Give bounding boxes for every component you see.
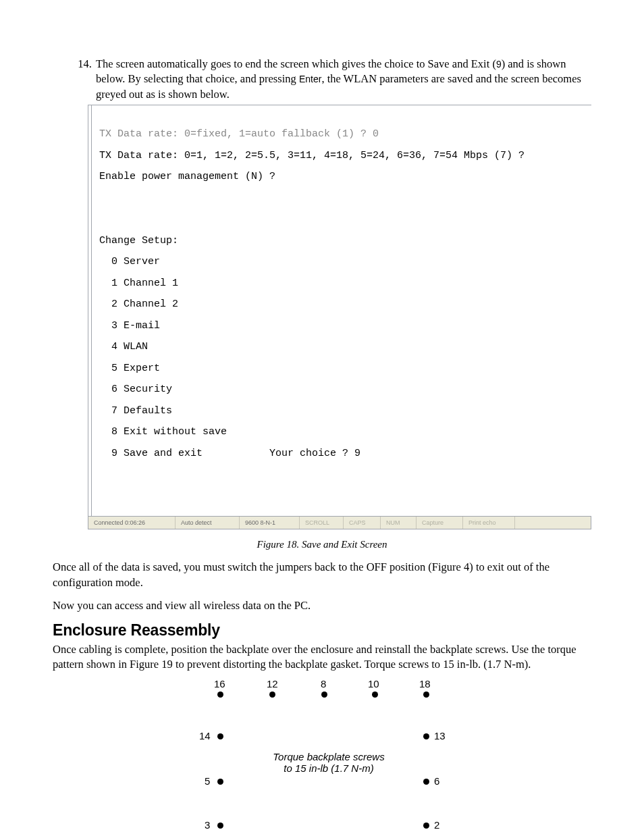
screw-label-8: 8	[321, 678, 326, 689]
paragraph-access: Now you can access and view all wireless…	[53, 598, 591, 613]
status-printecho: Print echo	[463, 517, 515, 529]
screw-icon	[269, 692, 275, 698]
paragraph-reassembly: Once cabling is complete, position the b…	[53, 642, 591, 673]
torque-line-1: Torque backplate screws	[273, 751, 384, 762]
status-filler	[515, 517, 591, 529]
terminal-blank	[99, 193, 587, 204]
screw-label-16: 16	[214, 678, 225, 689]
screw-icon	[217, 733, 223, 739]
terminal-blank	[99, 469, 587, 480]
step-list: The screen automatically goes to end the…	[53, 57, 591, 102]
screw-icon	[372, 692, 378, 698]
terminal-line-pm: Enable power management (N) ?	[99, 172, 587, 182]
status-capture: Capture	[417, 517, 463, 529]
terminal-blank	[99, 214, 587, 225]
terminal-opt-0: 0 Server	[99, 257, 587, 267]
terminal-opt-2: 2 Channel 2	[99, 299, 587, 310]
screw-label-6: 6	[434, 775, 439, 787]
section-heading-enclosure: Enclosure Reassembly	[53, 621, 591, 640]
screw-label-3: 3	[205, 819, 210, 831]
terminal-opt-7: 7 Defaults	[99, 406, 587, 417]
step-text-a: The screen automatically goes to end the…	[96, 57, 496, 70]
torque-line-2: to 15 in-lb (1.7 N-m)	[284, 762, 373, 774]
terminal-opt-5: 5 Expert	[99, 363, 587, 374]
terminal-line-tx: TX Data rate: 0=1, 1=2, 2=5.5, 3=11, 4=1…	[99, 151, 587, 161]
screw-icon	[217, 692, 223, 698]
terminal-opt-4: 4 WLAN	[99, 342, 587, 353]
terminal-opt-1: 1 Channel 1	[99, 278, 587, 289]
key-enter: Enter	[299, 74, 321, 84]
status-caps: CAPS	[344, 517, 381, 529]
status-baud: 9600 8-N-1	[240, 517, 300, 529]
screw-icon	[321, 692, 327, 698]
terminal-opt-3: 3 E-mail	[99, 321, 587, 332]
terminal-opt-9: 9 Save and exit Your choice ? 9	[99, 448, 587, 459]
screw-icon	[217, 823, 223, 829]
figure-18-caption: Figure 18. Save and Exit Screen	[53, 539, 591, 550]
screw-label-5: 5	[205, 775, 210, 787]
paragraph-jumpers: Once all of the data is saved, you must …	[53, 560, 591, 590]
backplate-diagram: 16 12 8 10 18 14 13 Torque backplate scr…	[53, 681, 591, 834]
terminal-screenshot: TX Data rate: 0=fixed, 1=auto fallback (…	[88, 105, 591, 530]
terminal-status-bar: Connected 0:06:26 Auto detect 9600 8-N-1…	[88, 517, 591, 529]
screw-label-14: 14	[199, 730, 211, 741]
screw-icon	[423, 779, 429, 785]
screw-icon	[423, 692, 429, 698]
terminal-change-setup: Change Setup:	[99, 236, 587, 246]
screw-icon	[217, 779, 223, 785]
terminal-opt-6: 6 Security	[99, 384, 587, 395]
screw-label-13: 13	[434, 730, 446, 741]
screw-icon	[423, 733, 429, 739]
screw-label-10: 10	[368, 678, 379, 689]
status-num: NUM	[381, 517, 417, 529]
status-autodetect: Auto detect	[176, 517, 240, 529]
screw-label-12: 12	[267, 678, 278, 689]
key-9: 9	[496, 59, 502, 70]
status-scroll: SCROLL	[300, 517, 344, 529]
screw-label-2: 2	[434, 819, 439, 831]
status-connected: Connected 0:06:26	[88, 517, 176, 529]
screw-label-18: 18	[419, 678, 431, 689]
screw-icon	[423, 823, 429, 829]
terminal-grey-line: TX Data rate: 0=fixed, 1=auto fallback (…	[99, 129, 587, 140]
torque-note: Torque backplate screws to 15 in-lb (1.7…	[258, 751, 400, 774]
terminal-opt-8: 8 Exit without save	[99, 427, 587, 438]
step-14: The screen automatically goes to end the…	[95, 57, 591, 102]
